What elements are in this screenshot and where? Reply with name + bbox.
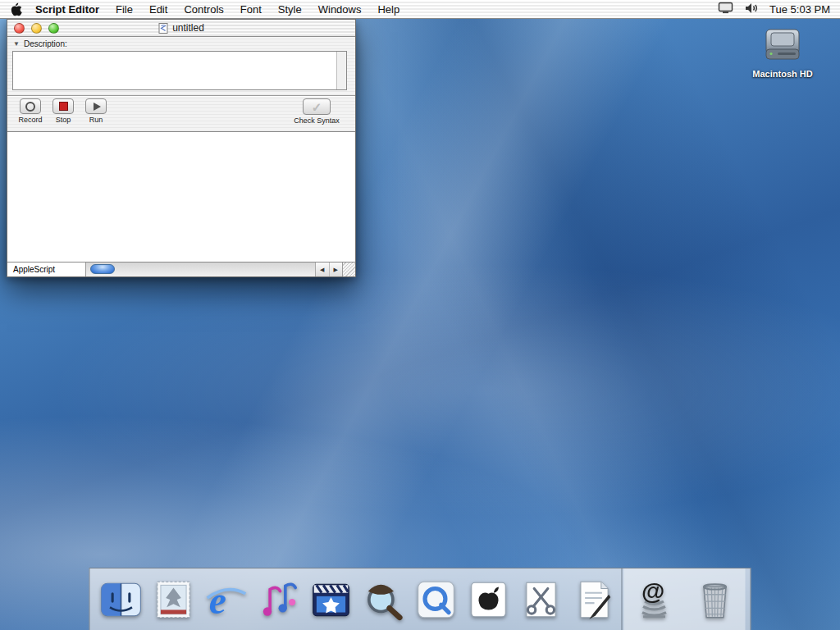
- record-icon: [25, 102, 35, 112]
- stop-button[interactable]: [52, 98, 74, 114]
- scroll-right-button[interactable]: ▶: [329, 262, 343, 276]
- menu-edit[interactable]: Edit: [141, 0, 176, 18]
- itunes-notes-icon: [256, 577, 302, 623]
- menu-controls[interactable]: Controls: [176, 0, 231, 18]
- run-icon: [94, 103, 101, 111]
- dock-divider: [622, 568, 623, 630]
- stop-label: Stop: [56, 116, 71, 124]
- script-document-icon: [158, 23, 168, 34]
- menu-bar: Script Editor File Edit Controls Font St…: [0, 0, 840, 19]
- window-titlebar[interactable]: untitled: [7, 20, 355, 37]
- dock-item-document-pen-app[interactable]: [568, 573, 620, 626]
- script-editor-window: untitled ▼ Description: Record Stop Run: [7, 19, 356, 277]
- svg-text:e: e: [209, 578, 226, 621]
- window-title-text: untitled: [172, 22, 204, 34]
- trash-basket-icon: [692, 577, 738, 623]
- scissors-document-icon: [518, 577, 564, 623]
- dock-item-internet-explorer[interactable]: e: [200, 573, 253, 626]
- disclosure-triangle-icon[interactable]: ▼: [13, 41, 20, 48]
- description-scrollbar[interactable]: [336, 52, 346, 89]
- macintosh-hd-desktop-icon[interactable]: Macintosh HD: [742, 26, 824, 79]
- description-label: Description:: [24, 39, 67, 48]
- mail-stamp-icon: [151, 577, 197, 623]
- document-pen-icon: [571, 577, 617, 623]
- dock-item-itunes[interactable]: [253, 573, 305, 626]
- displays-icon[interactable]: [718, 2, 733, 16]
- run-button[interactable]: [85, 98, 107, 114]
- at-spring-icon: @: [632, 577, 678, 623]
- apple-menu[interactable]: [0, 0, 30, 18]
- dock: e: [89, 568, 751, 630]
- zoom-button[interactable]: [48, 23, 59, 34]
- volume-label: Macintosh HD: [742, 69, 824, 79]
- scroll-arrows: ◀ ▶: [315, 262, 342, 276]
- language-popup[interactable]: AppleScript: [7, 262, 86, 276]
- horizontal-scrollbar[interactable]: [86, 262, 315, 276]
- record-label: Record: [18, 116, 42, 124]
- close-button[interactable]: [14, 23, 25, 34]
- svg-text:@: @: [641, 578, 664, 605]
- window-statusbar: AppleScript ◀ ▶: [7, 262, 355, 276]
- internet-explorer-icon: e: [203, 577, 249, 623]
- dock-item-mail[interactable]: [148, 573, 200, 626]
- menu-font[interactable]: Font: [232, 0, 270, 18]
- window-title: untitled: [7, 22, 355, 34]
- window-controls: [7, 23, 59, 34]
- menu-help[interactable]: Help: [369, 0, 408, 18]
- checkmark-icon: ✓: [312, 101, 322, 113]
- run-label: Run: [89, 116, 103, 124]
- dock-item-sherlock[interactable]: [358, 573, 410, 626]
- dock-item-trash[interactable]: [685, 573, 746, 626]
- sherlock-magnifier-icon: [361, 577, 407, 623]
- dock-item-scissors-app[interactable]: [515, 573, 568, 626]
- apple-icon: [10, 2, 22, 16]
- menu-script-editor[interactable]: Script Editor: [30, 0, 107, 18]
- description-field[interactable]: [12, 51, 347, 90]
- dock-right-section: @: [624, 568, 746, 630]
- quicktime-icon: [413, 577, 459, 623]
- finder-icon: [98, 577, 144, 623]
- script-text-area[interactable]: [7, 131, 355, 262]
- minimize-button[interactable]: [31, 23, 42, 34]
- dock-item-system-preferences[interactable]: [463, 573, 515, 626]
- scroll-left-button[interactable]: ◀: [316, 262, 329, 276]
- volume-icon[interactable]: [745, 2, 758, 16]
- check-syntax-label: Check Syntax: [294, 116, 340, 125]
- window-toolbar: Record Stop Run ✓ Check Syntax: [7, 95, 355, 131]
- record-button[interactable]: [20, 98, 41, 114]
- stop-icon: [59, 102, 68, 111]
- menu-style[interactable]: Style: [270, 0, 310, 18]
- description-header: ▼ Description:: [7, 37, 355, 51]
- imovie-clapper-icon: [308, 577, 354, 623]
- menu-clock[interactable]: Tue 5:03 PM: [769, 3, 830, 16]
- scrollbar-thumb[interactable]: [90, 264, 115, 274]
- dock-item-finder[interactable]: [95, 573, 148, 626]
- dock-item-imovie[interactable]: [305, 573, 358, 626]
- resize-grip[interactable]: [342, 262, 355, 276]
- system-preferences-icon: [466, 577, 512, 623]
- hard-drive-icon: [761, 26, 804, 64]
- check-syntax-button[interactable]: ✓: [303, 98, 331, 115]
- dock-item-at-spring-link[interactable]: @: [624, 573, 685, 626]
- menu-file[interactable]: File: [107, 0, 141, 18]
- dock-item-quicktime[interactable]: [410, 573, 463, 626]
- menu-windows[interactable]: Windows: [310, 0, 370, 18]
